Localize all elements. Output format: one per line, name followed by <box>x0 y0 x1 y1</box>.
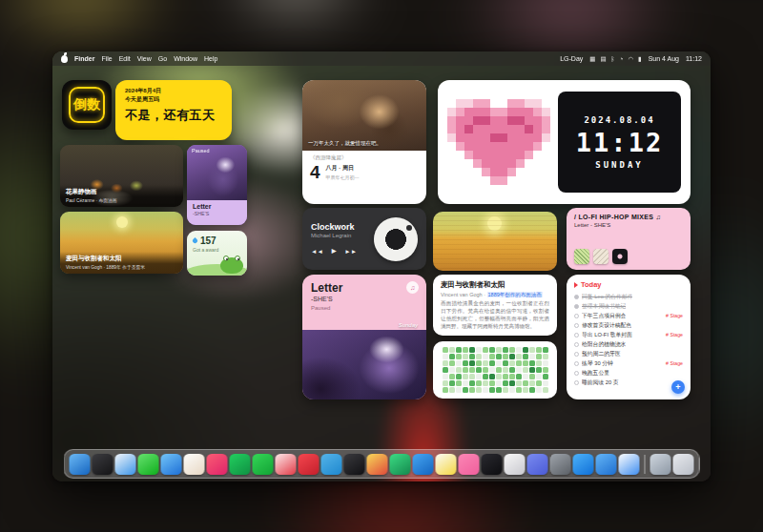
todo-item[interactable]: 预约周二的牙医 <box>574 349 683 358</box>
add-todo-button[interactable]: + <box>671 380 685 394</box>
todo-item[interactable]: 睡前阅读 20 页 <box>574 378 683 387</box>
dock-icon-discord[interactable] <box>527 454 548 475</box>
todo-checkbox[interactable] <box>574 371 579 376</box>
dock-icon-terminal[interactable] <box>344 454 365 475</box>
mini-player-artwork: Paused <box>187 145 247 200</box>
todo-item[interactable]: 修改首页设计稿配色 <box>574 320 683 330</box>
van-gogh-painting-widget[interactable] <box>433 212 557 271</box>
lofi-thumbnails <box>574 249 628 264</box>
dock-icon-appstore[interactable] <box>573 454 594 475</box>
contribution-cell <box>476 360 482 366</box>
today-todo-widget[interactable]: Today 回复 Leo 的合作邮件整理本周读书笔记下午三点项目例会# Stag… <box>567 275 691 399</box>
stage-manager-icon[interactable]: ▦ <box>589 55 595 63</box>
apple-menu-icon[interactable] <box>61 55 68 63</box>
bluetooth-icon[interactable]: ᛒ <box>611 55 615 63</box>
todo-item[interactable]: 给阳台的植物浇水 <box>574 339 683 349</box>
mini-music-widget[interactable]: Paused Letter -SHE'S <box>187 145 247 225</box>
painting-info-widget[interactable]: 麦田与收割者和太阳 Vincent van Gogh · 1889年创作的布面油… <box>433 275 557 336</box>
dock-icon-wechat[interactable] <box>253 454 274 475</box>
movie-info: 《西游降魔篇》 4 八月 · 周日 甲辰年七月初一 <box>302 151 426 185</box>
dock-icon-qq[interactable] <box>276 454 297 475</box>
menu-window[interactable]: Window <box>174 55 197 62</box>
menu-date[interactable]: Sun 4 Aug <box>649 55 679 62</box>
dock-icon-downloads[interactable] <box>650 454 671 475</box>
dock-icon-safari[interactable] <box>115 454 136 475</box>
letter-player-widget[interactable]: Letter -SHE'S Paused ♫ Sunday <box>302 275 426 399</box>
todo-checkbox[interactable] <box>574 323 579 328</box>
battery-icon[interactable]: ▮ <box>638 55 642 63</box>
movie-quote-widget[interactable]: 一万年太久了，就爱惜现在吧。 《西游降魔篇》 4 八月 · 周日 甲辰年七月初一 <box>302 80 426 204</box>
menu-file[interactable]: File <box>101 55 112 62</box>
heart-clock-widget[interactable]: 2024.08.04 11:12 SUNDAY <box>438 80 691 204</box>
dock <box>64 449 700 479</box>
previous-button[interactable]: ◄◄ <box>311 248 323 255</box>
dock-icon-netease-music[interactable] <box>299 454 320 475</box>
play-button[interactable]: ► <box>330 246 338 256</box>
todo-checkbox[interactable] <box>574 314 579 318</box>
dock-icon-trash[interactable] <box>673 454 694 475</box>
pet-widget[interactable]: 157 Got a award <box>187 231 247 276</box>
todo-checkbox[interactable] <box>574 361 579 366</box>
album-art <box>374 217 418 261</box>
dock-icon-music[interactable] <box>207 454 228 475</box>
painting-link[interactable]: 1889年创作的布面油画 <box>487 292 543 297</box>
dock-icon-evernote[interactable] <box>390 454 411 475</box>
menu-time[interactable]: 11:12 <box>686 55 702 62</box>
todo-item[interactable]: 晚跑五公里 <box>574 368 683 378</box>
dock-icon-weather[interactable] <box>596 454 617 475</box>
todo-checkbox[interactable] <box>574 380 579 385</box>
countdown-app-icon[interactable]: 倒数 <box>62 80 112 130</box>
album-thumb-1[interactable] <box>574 249 589 264</box>
next-button[interactable]: ►► <box>344 248 357 255</box>
contribution-cell <box>529 380 535 386</box>
control-center-icon[interactable]: ◔ <box>620 55 624 63</box>
dock-icon-finder[interactable] <box>70 454 91 475</box>
dock-icon-vscode[interactable] <box>413 454 434 475</box>
menu-go[interactable]: Go <box>158 55 167 62</box>
dock-icon-launchpad[interactable] <box>93 454 113 475</box>
dock-icon-photos[interactable] <box>184 454 205 475</box>
clockwork-player-widget[interactable]: Clockwork Michael Legrain ◄◄ ► ►► <box>302 208 426 270</box>
dock-icon-telegram[interactable] <box>321 454 342 475</box>
dock-icon-figma[interactable] <box>505 454 526 475</box>
art-widget-cezanne[interactable]: 花果静物画 Paul Cézanne · 布面油画 <box>60 145 183 207</box>
art-widget-van-gogh[interactable]: 麦田与收割者和太阳 Vincent van Gogh · 1889年 作于圣雷米 <box>60 212 183 274</box>
album-thumb-3[interactable] <box>612 249 628 264</box>
menu-edit[interactable]: Edit <box>119 55 131 62</box>
todo-checkbox[interactable] <box>574 333 579 338</box>
todo-item[interactable]: 导出 LO-FI 歌单封面# Stage <box>574 330 683 339</box>
dock-icon-spotify[interactable] <box>230 454 251 475</box>
todo-item[interactable]: 练琴 30 分钟# Stage <box>574 358 683 368</box>
todo-checkbox[interactable] <box>574 295 579 299</box>
todo-checkbox[interactable] <box>574 352 579 357</box>
menu-view[interactable]: View <box>137 55 152 62</box>
window-tiling-icon[interactable]: ▤ <box>600 55 606 63</box>
dock-icon-notes[interactable] <box>436 454 457 475</box>
dock-icon-bilibili[interactable] <box>459 454 480 475</box>
dock-icon-douyin[interactable] <box>482 454 503 475</box>
dock-icon-mail[interactable] <box>161 454 182 475</box>
dock-icon-settings[interactable] <box>550 454 571 475</box>
contribution-cell <box>509 354 515 359</box>
active-app-name[interactable]: Finder <box>74 55 94 62</box>
todo-checkbox[interactable] <box>574 342 579 347</box>
album-thumb-2[interactable] <box>593 249 608 264</box>
wifi-icon[interactable]: ◠ <box>628 55 633 63</box>
dock-icon-keynote[interactable] <box>619 454 640 475</box>
status-label[interactable]: LG-Day <box>560 55 583 62</box>
mini-player-artist: -SHE'S <box>193 211 241 216</box>
todo-item[interactable]: 整理本周读书笔记 <box>574 301 683 311</box>
menu-help[interactable]: Help <box>204 55 217 62</box>
todo-checkbox[interactable] <box>574 304 579 309</box>
dock-icon-messages[interactable] <box>138 454 159 475</box>
lofi-playlist-widget[interactable]: / LO-FI HIP-HOP MIXES ♫ Letter - SHE'S <box>567 208 691 270</box>
contribution-graph-widget[interactable] <box>433 341 557 399</box>
todo-item[interactable]: 下午三点项目例会# Stage <box>574 311 683 320</box>
todo-item[interactable]: 回复 Leo 的合作邮件 <box>574 292 683 301</box>
dock-icon-chrome[interactable] <box>367 454 388 475</box>
contribution-cell <box>543 387 548 393</box>
countdown-widget[interactable]: 2024年8月4日 今天是周五吗 不是，还有五天 <box>115 80 232 140</box>
countdown-app-glyph: 倒数 <box>69 87 105 123</box>
art-title: 花果静物画 <box>66 188 177 196</box>
art-caption: 麦田与收割者和太阳 Vincent van Gogh · 1889年 作于圣雷米 <box>60 252 183 274</box>
